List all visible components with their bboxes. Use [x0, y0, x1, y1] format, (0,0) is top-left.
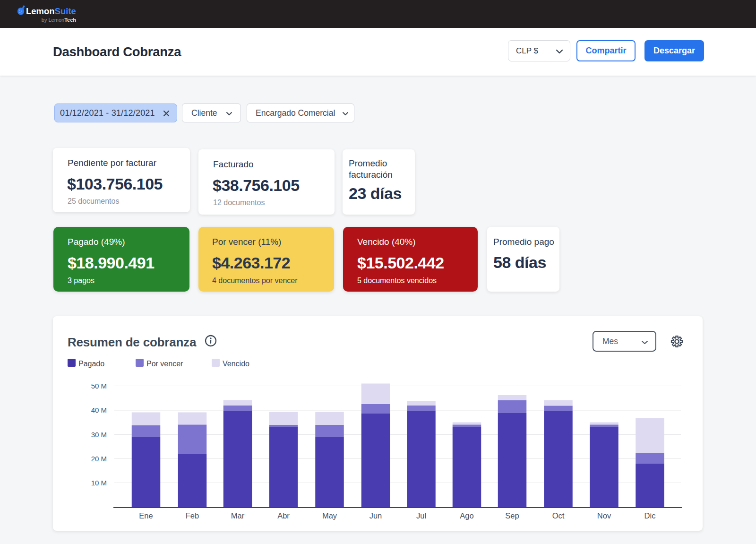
svg-text:May: May [322, 511, 337, 520]
svg-text:Abr: Abr [277, 511, 290, 520]
svg-text:50 M: 50 M [91, 382, 107, 390]
svg-text:40 M: 40 M [91, 406, 107, 414]
svg-text:Jun: Jun [369, 511, 382, 520]
svg-text:Jul: Jul [416, 511, 426, 520]
svg-text:Dic: Dic [644, 511, 656, 520]
svg-text:Oct: Oct [552, 511, 565, 520]
svg-text:Feb: Feb [186, 511, 199, 520]
svg-text:Ene: Ene [139, 511, 153, 520]
svg-text:Mar: Mar [231, 511, 245, 520]
svg-text:30 M: 30 M [91, 431, 107, 439]
svg-text:Ago: Ago [460, 511, 473, 520]
svg-text:Nov: Nov [597, 511, 611, 520]
svg-text:20 M: 20 M [91, 455, 107, 463]
svg-text:Sep: Sep [505, 511, 519, 520]
svg-text:10 M: 10 M [91, 479, 107, 487]
